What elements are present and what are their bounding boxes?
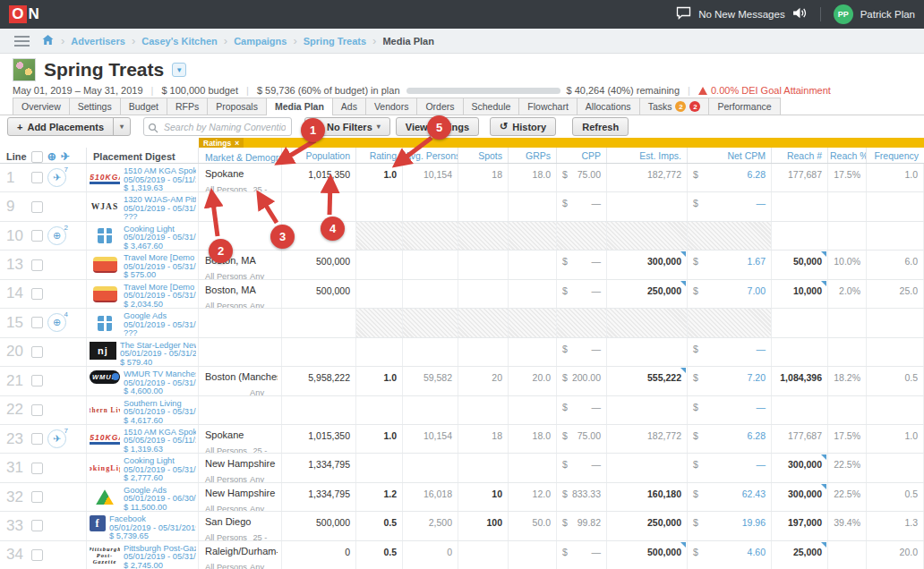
row-checkbox[interactable]: [31, 201, 43, 213]
reach-pct-cell[interactable]: [828, 541, 867, 569]
population-cell[interactable]: 1,334,795: [282, 454, 356, 481]
tab-ads[interactable]: Ads: [332, 98, 366, 115]
placement-digest-cell[interactable]: 1510KGA 1510 AM KGA Spokan... 05/05/2019…: [87, 164, 199, 191]
cpp-cell[interactable]: $99.82: [557, 512, 607, 539]
est-imps-cell[interactable]: [607, 192, 688, 220]
cpp-cell[interactable]: [557, 309, 607, 336]
est-imps-cell[interactable]: 250,000: [607, 512, 688, 539]
avg-persons-cell[interactable]: 10,154: [403, 164, 458, 191]
avg-persons-cell[interactable]: [403, 192, 458, 220]
add-placements-button[interactable]: +Add Placements: [7, 117, 114, 136]
rating-cell[interactable]: [356, 309, 403, 336]
reach-num-cell[interactable]: 1,084,396: [772, 367, 828, 395]
frequency-cell[interactable]: 1.0: [867, 425, 924, 453]
refresh-button[interactable]: Refresh: [572, 117, 629, 136]
reach-pct-cell[interactable]: 22.5%: [828, 483, 867, 511]
cpp-cell[interactable]: $—: [557, 192, 607, 220]
frequency-cell[interactable]: [867, 222, 924, 250]
row-checkbox[interactable]: [31, 549, 43, 561]
spots-cell[interactable]: [458, 541, 509, 569]
placement-digest-cell[interactable]: CookingLight Cooking Light 05/01/2019 - …: [87, 454, 199, 481]
rating-cell[interactable]: 1.0: [356, 164, 403, 191]
population-cell[interactable]: 1,334,795: [282, 483, 356, 511]
population-cell[interactable]: [282, 192, 356, 220]
placement-digest-cell[interactable]: Travel More [Demo Pro... 05/01/2019 - 05…: [87, 280, 199, 308]
placement-name[interactable]: The Star-Ledger Newa...: [120, 342, 196, 351]
rating-cell[interactable]: [356, 251, 403, 278]
reach-pct-cell[interactable]: 17.5%: [828, 164, 867, 191]
plane-icon[interactable]: ✈7: [47, 168, 66, 187]
market-cell[interactable]: [199, 309, 282, 336]
tab-proposals[interactable]: Proposals: [207, 98, 267, 115]
est-imps-cell[interactable]: 182,772: [607, 425, 688, 453]
population-cell[interactable]: 1,015,350: [282, 425, 356, 453]
rating-cell[interactable]: [356, 280, 403, 308]
reach-num-cell[interactable]: [772, 338, 828, 366]
population-cell[interactable]: [282, 309, 356, 336]
row-checkbox[interactable]: [31, 288, 43, 300]
reach-num-cell[interactable]: [772, 309, 828, 336]
tab-allocations[interactable]: Allocations: [577, 98, 640, 115]
placement-name[interactable]: Cooking Light: [124, 225, 196, 234]
grps-cell[interactable]: 50.0: [509, 512, 557, 539]
grps-cell[interactable]: [509, 541, 557, 569]
spots-cell[interactable]: [458, 222, 509, 250]
tab-rfps[interactable]: RFPs: [167, 98, 208, 115]
net-cpm-cell[interactable]: $7.20: [688, 367, 772, 395]
est-imps-cell[interactable]: [607, 309, 688, 336]
breadcrumb-advertisers[interactable]: Advertisers: [71, 36, 125, 47]
spots-cell[interactable]: 10: [458, 483, 509, 511]
history-button[interactable]: ↺History: [490, 117, 556, 136]
frequency-cell[interactable]: 0.5: [867, 367, 924, 395]
rating-cell[interactable]: [356, 396, 403, 424]
spots-cell[interactable]: [458, 309, 509, 336]
population-cell[interactable]: 1,015,350: [282, 164, 356, 191]
speaker-icon[interactable]: [792, 6, 808, 23]
rating-cell[interactable]: 1.0: [356, 367, 403, 395]
rating-cell[interactable]: 0.5: [356, 512, 403, 539]
frequency-cell[interactable]: 1.0: [867, 164, 924, 191]
net-cpm-cell[interactable]: $7.00: [688, 280, 772, 308]
header-placement-digest[interactable]: Placement Digest: [87, 148, 199, 163]
population-cell[interactable]: 500,000: [282, 512, 356, 539]
est-imps-cell[interactable]: [607, 454, 688, 481]
avg-persons-cell[interactable]: [403, 222, 458, 250]
avg-persons-cell[interactable]: [403, 396, 458, 424]
row-checkbox[interactable]: [31, 491, 43, 503]
tab-flowchart[interactable]: Flowchart: [518, 98, 578, 115]
add-placements-dropdown[interactable]: ▾: [113, 117, 131, 136]
rating-cell[interactable]: 1.0: [356, 425, 403, 453]
row-checkbox[interactable]: [31, 317, 43, 328]
reach-num-cell[interactable]: 300,000: [772, 483, 828, 511]
market-cell[interactable]: [199, 396, 282, 424]
grps-cell[interactable]: [509, 338, 557, 366]
breadcrumb-campaign-name[interactable]: Spring Treats: [304, 36, 366, 47]
grps-cell[interactable]: 18.0: [509, 164, 557, 191]
cpp-cell[interactable]: $75.00: [557, 425, 607, 453]
placement-digest-cell[interactable]: Google Ads 05/01/2019 - 05/31/2019 ???: [87, 309, 199, 336]
net-cpm-cell[interactable]: $—: [688, 192, 772, 220]
grps-cell[interactable]: [509, 454, 557, 481]
reach-num-cell[interactable]: [772, 222, 828, 250]
avg-persons-cell[interactable]: [403, 309, 458, 336]
placement-name[interactable]: 1320 WJAS-AM Pittsb...: [124, 196, 196, 205]
header-frequency[interactable]: Frequency: [867, 148, 924, 163]
population-cell[interactable]: 0: [282, 541, 356, 569]
rating-cell[interactable]: 0.5: [356, 541, 403, 569]
net-cpm-cell[interactable]: $—: [688, 454, 772, 481]
reach-pct-cell[interactable]: 18.2%: [828, 367, 867, 395]
reach-num-cell[interactable]: 300,000: [772, 454, 828, 481]
net-cpm-cell[interactable]: $6.28: [688, 425, 772, 453]
market-cell[interactable]: Spokane All Persons25 - 49: [199, 425, 282, 453]
grps-cell[interactable]: [509, 251, 557, 278]
frequency-cell[interactable]: 20.0: [867, 541, 924, 569]
cpp-cell[interactable]: $—: [557, 541, 607, 569]
placement-name[interactable]: WMUR TV Manchester...: [124, 370, 196, 379]
market-cell[interactable]: New Hampshire All PersonsAny Age: [199, 483, 282, 511]
market-cell[interactable]: New Hampshire All PersonsAny Age: [199, 454, 282, 481]
population-cell[interactable]: 500,000: [282, 251, 356, 278]
avg-persons-cell[interactable]: 2,500: [403, 512, 458, 539]
spots-cell[interactable]: [458, 338, 509, 366]
rating-cell[interactable]: [356, 454, 403, 481]
avatar[interactable]: PP: [834, 4, 853, 24]
